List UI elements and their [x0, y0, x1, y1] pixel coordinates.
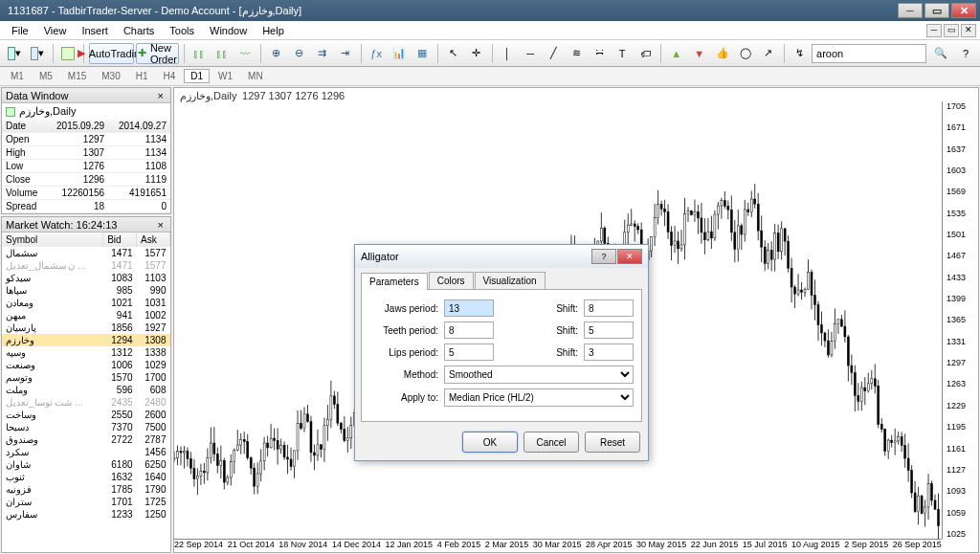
close-button[interactable]: ✕: [951, 3, 976, 18]
menu-tools[interactable]: Tools: [162, 23, 202, 38]
tf-w1[interactable]: W1: [212, 69, 239, 83]
vline-button[interactable]: │: [497, 43, 518, 64]
expert-button[interactable]: ↯: [789, 43, 810, 64]
table-row[interactable]: ن سشمال_تعدیل ...14711577: [2, 259, 170, 272]
menu-window[interactable]: Window: [202, 23, 255, 38]
table-row[interactable]: دسبحا73707500: [2, 421, 170, 433]
mdi-restore-button[interactable]: ▭: [944, 24, 959, 37]
more-button[interactable]: ↗: [758, 43, 779, 64]
search-input[interactable]: [812, 44, 926, 63]
shapes-button[interactable]: ◯: [735, 43, 756, 64]
bar-chart-button[interactable]: ⫿⫿: [189, 43, 210, 64]
table-row[interactable]: سکرد1456: [2, 446, 170, 458]
new-order-button[interactable]: ✚New Order: [136, 43, 179, 64]
table-row[interactable]: میهن9411002: [2, 309, 170, 321]
dialog-titlebar[interactable]: Alligator ? ✕: [355, 245, 648, 268]
menu-help[interactable]: Help: [255, 23, 292, 38]
method-select[interactable]: Smoothed: [444, 366, 634, 384]
arrow-down-button[interactable]: ▼: [689, 43, 710, 64]
indicators-button[interactable]: ƒх: [366, 43, 387, 64]
table-row[interactable]: سشمال14711577: [2, 247, 170, 259]
table-row[interactable]: فزونیه17851790: [2, 483, 170, 496]
cancel-button[interactable]: Cancel: [523, 432, 579, 453]
table-row[interactable]: وصنعت10061029: [2, 359, 170, 371]
arrow-up-button[interactable]: ▲: [666, 43, 687, 64]
svg-rect-89: [320, 445, 322, 450]
table-row[interactable]: سیدکو10831103: [2, 272, 170, 284]
fibo-button[interactable]: ∺: [589, 43, 610, 64]
profiles-button[interactable]: ▾: [27, 43, 48, 64]
reset-button[interactable]: Reset: [585, 432, 640, 453]
tf-h4[interactable]: H4: [157, 69, 183, 83]
text-button[interactable]: T: [612, 43, 633, 64]
search-button[interactable]: 🔍: [930, 43, 951, 64]
tab-parameters[interactable]: Parameters: [361, 273, 428, 290]
trendline-button[interactable]: ╱: [543, 43, 564, 64]
autotrading-button[interactable]: ▶AutoTrading: [89, 43, 134, 64]
mdi-minimize-button[interactable]: ─: [926, 24, 942, 37]
help-button[interactable]: ?: [955, 43, 976, 64]
table-row[interactable]: شاوان61806250: [2, 458, 170, 471]
menu-view[interactable]: View: [36, 23, 75, 38]
lips-shift-input[interactable]: [584, 343, 634, 361]
label-button[interactable]: 🏷: [635, 43, 656, 64]
table-row[interactable]: وسپه13121338: [2, 346, 170, 359]
thumbs-up-button[interactable]: 👍: [712, 43, 733, 64]
table-row[interactable]: وصندوق27222787: [2, 433, 170, 446]
tf-mn[interactable]: MN: [241, 69, 270, 83]
apply-select[interactable]: Median Price (HL/2): [444, 388, 634, 407]
menu-insert[interactable]: Insert: [74, 23, 116, 38]
channel-button[interactable]: ≋: [566, 43, 587, 64]
candles-button[interactable]: ⫿⫿: [212, 43, 233, 64]
zoom-in-button[interactable]: ⊕: [266, 43, 287, 64]
table-row[interactable]: سفارس12331250: [2, 508, 170, 521]
auto-scroll-button[interactable]: ⇉: [312, 43, 333, 64]
minimize-button[interactable]: ─: [898, 3, 923, 18]
tf-m5[interactable]: M5: [33, 69, 59, 83]
new-chart-button[interactable]: ▾: [4, 43, 25, 64]
tf-m15[interactable]: M15: [61, 69, 93, 83]
templates-button[interactable]: ▦: [412, 43, 433, 64]
line-chart-button[interactable]: 〰: [234, 43, 256, 64]
table-row[interactable]: شت توسا_تعدیل ...24352480: [2, 396, 170, 409]
market-watch-button[interactable]: [57, 43, 78, 64]
svg-rect-25: [213, 443, 215, 454]
dialog-close-button[interactable]: ✕: [617, 249, 642, 264]
table-row[interactable]: پارسیان18561927: [2, 321, 170, 334]
table-row[interactable]: وملت596608: [2, 384, 170, 396]
table-row[interactable]: وخارزم12941308: [2, 334, 170, 346]
periods-button[interactable]: 📊: [389, 43, 410, 64]
table-row[interactable]: سپاها985990: [2, 284, 170, 297]
data-window-close[interactable]: ×: [155, 90, 167, 101]
table-row[interactable]: ستران17011725: [2, 496, 170, 508]
tf-m1[interactable]: M1: [4, 69, 31, 83]
profile-icon: [31, 47, 38, 60]
table-row[interactable]: ومعادن10211031: [2, 297, 170, 309]
tf-d1[interactable]: D1: [184, 69, 210, 83]
lips-input[interactable]: [444, 343, 494, 361]
tf-m30[interactable]: M30: [95, 69, 126, 83]
menu-file[interactable]: File: [4, 23, 36, 38]
chart-shift-button[interactable]: ⇥: [335, 43, 356, 64]
crosshair-button[interactable]: ✛: [466, 43, 487, 64]
tab-visualization[interactable]: Visualization: [475, 272, 546, 289]
hline-button[interactable]: ─: [520, 43, 541, 64]
teeth-shift-input[interactable]: [584, 321, 634, 339]
market-watch-close[interactable]: ×: [155, 219, 167, 231]
zoom-out-button[interactable]: ⊖: [289, 43, 310, 64]
jaws-shift-input[interactable]: [584, 299, 634, 317]
svg-rect-15: [196, 476, 198, 478]
cursor-button[interactable]: ↖: [443, 43, 464, 64]
table-row[interactable]: وساخت25502600: [2, 409, 170, 421]
table-row[interactable]: ثنوب16321640: [2, 471, 170, 483]
ok-button[interactable]: OK: [462, 432, 518, 453]
table-row[interactable]: وتوسم15701700: [2, 371, 170, 384]
maximize-button[interactable]: ▭: [924, 3, 949, 18]
dialog-help-button[interactable]: ?: [591, 249, 616, 264]
tf-h1[interactable]: H1: [129, 69, 155, 83]
menu-charts[interactable]: Charts: [116, 23, 162, 38]
mdi-close-button[interactable]: ✕: [961, 24, 976, 37]
teeth-input[interactable]: [444, 321, 494, 339]
tab-colors[interactable]: Colors: [429, 272, 474, 289]
jaws-input[interactable]: [444, 299, 494, 317]
